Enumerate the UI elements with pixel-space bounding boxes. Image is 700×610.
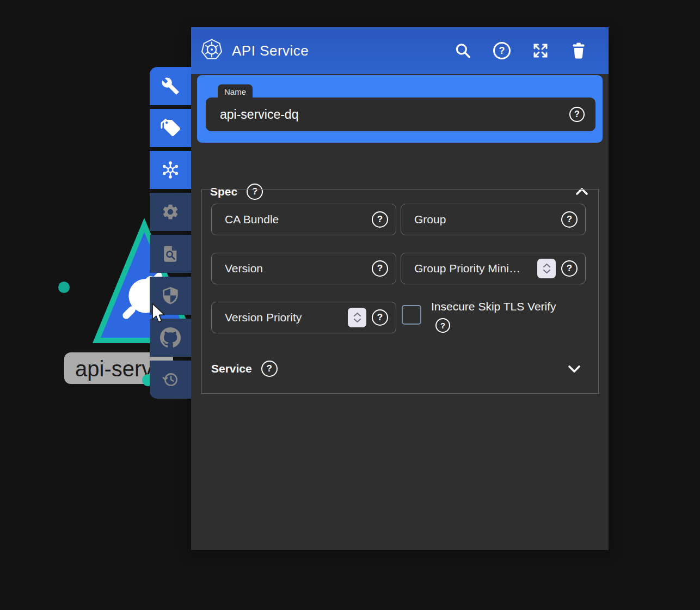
api-service-panel: API Service ? (191, 27, 609, 550)
sidebar-item-topology[interactable] (150, 151, 191, 189)
name-field-label: Name (218, 84, 253, 99)
connection-handle-dot[interactable] (58, 282, 70, 293)
field-label: Group Priority Mini… (414, 262, 532, 275)
node-toolbar (150, 67, 191, 399)
ca-bundle-field[interactable]: CA Bundle ? (211, 204, 396, 235)
sidebar-item-github[interactable] (150, 319, 191, 357)
group-field[interactable]: Group ? (401, 204, 586, 235)
kubernetes-icon (200, 38, 223, 63)
sidebar-item-settings[interactable] (150, 193, 191, 231)
trash-icon[interactable] (570, 42, 587, 59)
help-icon[interactable]: ? (372, 309, 388, 326)
chevron-down-icon[interactable] (567, 363, 582, 374)
expand-icon[interactable] (532, 42, 549, 59)
service-title: Service (211, 362, 252, 375)
number-stepper[interactable] (348, 308, 366, 327)
field-label: Version (225, 262, 366, 275)
help-icon[interactable]: ? (435, 318, 450, 333)
sidebar-item-inspect[interactable] (150, 235, 191, 273)
hub-icon (160, 160, 181, 180)
tag-icon (161, 118, 180, 138)
number-stepper[interactable] (537, 259, 556, 278)
file-search-icon (161, 245, 180, 263)
checkbox-label: Insecure Skip TLS Verify (431, 300, 556, 313)
help-icon[interactable]: ? (493, 42, 511, 59)
panel-header: API Service ? (191, 27, 609, 74)
group-priority-minimum-field[interactable]: Group Priority Mini… ? (401, 253, 586, 284)
help-icon[interactable]: ? (261, 361, 278, 377)
help-icon[interactable]: ? (561, 211, 578, 228)
name-field[interactable]: Name ? (206, 97, 595, 131)
help-icon[interactable]: ? (372, 211, 388, 228)
sidebar-item-labels[interactable] (150, 109, 191, 147)
version-priority-field[interactable]: Version Priority ? (211, 302, 396, 333)
field-label: CA Bundle (225, 213, 366, 226)
search-icon[interactable] (453, 41, 472, 60)
help-icon[interactable]: ? (569, 107, 585, 122)
sidebar-item-history[interactable] (150, 361, 191, 399)
spec-fields-container: CA Bundle ? Group ? Version ? Group Prio… (201, 189, 599, 394)
github-icon (160, 327, 181, 348)
wrench-icon (161, 77, 180, 95)
sidebar-item-configure[interactable] (150, 67, 191, 105)
field-label: Version Priority (225, 311, 342, 324)
gear-icon (161, 203, 180, 221)
help-icon[interactable]: ? (372, 260, 388, 277)
help-icon[interactable]: ? (561, 260, 578, 277)
history-icon (161, 370, 180, 389)
shield-icon (161, 286, 180, 306)
name-section: Name ? (197, 75, 603, 143)
name-input[interactable] (220, 107, 569, 122)
field-label: Group (414, 213, 556, 226)
sidebar-item-security[interactable] (150, 277, 191, 315)
insecure-skip-tls-verify-group: Insecure Skip TLS Verify ? (401, 302, 586, 333)
panel-title: API Service (232, 42, 309, 59)
insecure-skip-tls-verify-checkbox[interactable] (402, 305, 421, 325)
service-section-header: Service ? (211, 358, 582, 380)
version-field[interactable]: Version ? (211, 253, 396, 284)
